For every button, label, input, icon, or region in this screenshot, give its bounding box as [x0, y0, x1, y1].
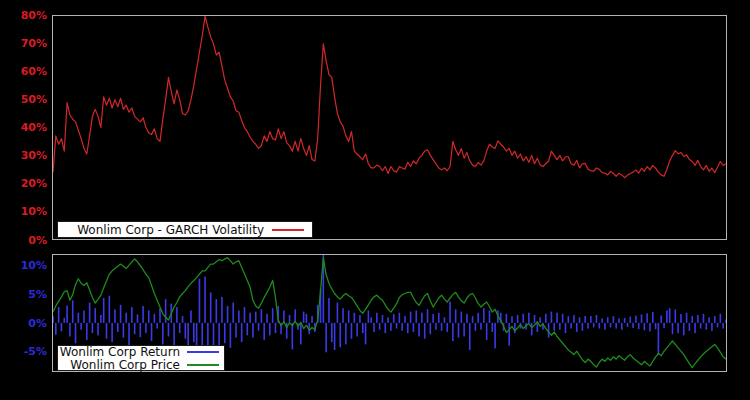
- ytick-label-10%: 10%: [2, 259, 47, 272]
- ytick-label-0%: 0%: [2, 234, 47, 247]
- return-price-legend: Wonlim Corp Return Wonlim Corp Price: [57, 345, 225, 371]
- ytick-label-50%: 50%: [2, 93, 47, 106]
- legend-row-return: Wonlim Corp Return: [58, 346, 224, 358]
- volatility-legend: Wonlim Corp - GARCH Volatility: [57, 221, 313, 238]
- ytick-label-0%: 0%: [2, 317, 47, 330]
- ytick-label-30%: 30%: [2, 149, 47, 162]
- ytick-label--5%: -5%: [2, 345, 47, 358]
- ytick-label-10%: 10%: [2, 205, 47, 218]
- price-legend-label: Wonlim Corp Price: [70, 359, 180, 371]
- garch-figure: 0%10%20%30%40%50%60%70%80% Wonlim Corp -…: [0, 0, 750, 400]
- volatility-legend-line-sample: [272, 229, 304, 231]
- ytick-label-80%: 80%: [2, 9, 47, 22]
- ytick-label-70%: 70%: [2, 37, 47, 50]
- volatility-panel: [52, 15, 727, 240]
- volatility-plot: [53, 16, 726, 239]
- ytick-label-5%: 5%: [2, 288, 47, 301]
- volatility-legend-label: Wonlim Corp - GARCH Volatility: [77, 224, 264, 236]
- ytick-label-20%: 20%: [2, 177, 47, 190]
- return-legend-label: Wonlim Corp Return: [60, 346, 180, 358]
- legend-row-price: Wonlim Corp Price: [58, 359, 224, 371]
- ytick-label-60%: 60%: [2, 65, 47, 78]
- return-legend-line-sample: [187, 351, 219, 353]
- price-legend-line-sample: [187, 364, 219, 366]
- ytick-label-40%: 40%: [2, 121, 47, 134]
